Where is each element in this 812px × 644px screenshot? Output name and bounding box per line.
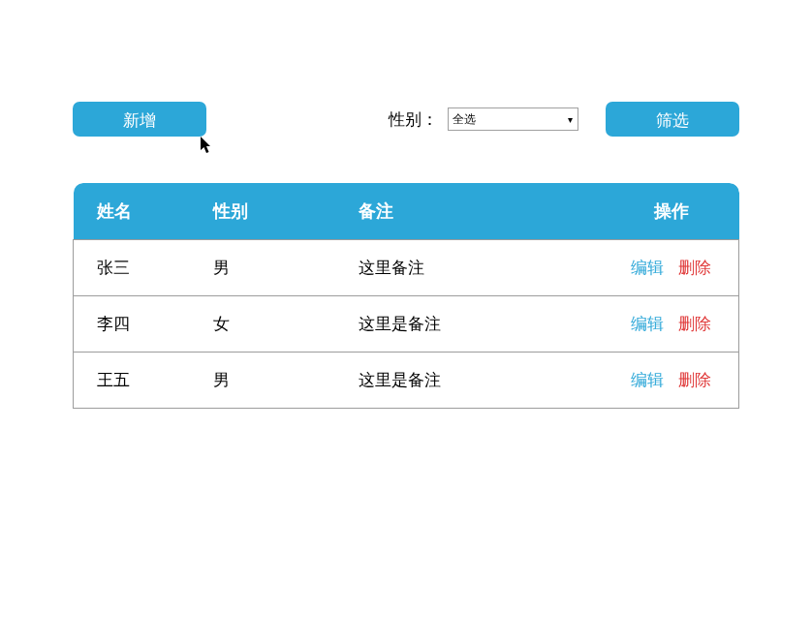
cell-remark: 这里是备注 bbox=[335, 353, 604, 409]
filter-button[interactable]: 筛选 bbox=[606, 102, 739, 137]
cell-name: 王五 bbox=[74, 353, 190, 409]
cell-action: 编辑 删除 bbox=[604, 353, 739, 409]
delete-link[interactable]: 删除 bbox=[678, 371, 711, 389]
edit-link[interactable]: 编辑 bbox=[631, 259, 664, 277]
table-row: 李四 女 这里是备注 编辑 删除 bbox=[74, 296, 739, 353]
cell-remark: 这里备注 bbox=[335, 240, 604, 296]
cell-remark: 这里是备注 bbox=[335, 296, 604, 353]
add-button[interactable]: 新增 bbox=[73, 102, 206, 137]
data-table: 姓名 性别 备注 操作 张三 男 这里备注 编辑 删除 李四 女 这里是备注 bbox=[73, 183, 739, 409]
gender-select-wrapper: 全选 bbox=[448, 107, 578, 131]
cell-action: 编辑 删除 bbox=[604, 296, 739, 353]
gender-select[interactable]: 全选 bbox=[448, 107, 578, 131]
cell-name: 李四 bbox=[74, 296, 190, 353]
cell-gender: 男 bbox=[190, 240, 335, 296]
cell-name: 张三 bbox=[74, 240, 190, 296]
cell-gender: 女 bbox=[190, 296, 335, 353]
cursor-icon bbox=[201, 137, 214, 158]
table-header: 姓名 性别 备注 操作 bbox=[74, 183, 739, 240]
header-gender: 性别 bbox=[190, 183, 335, 240]
cell-action: 编辑 删除 bbox=[604, 240, 739, 296]
header-name: 姓名 bbox=[74, 183, 190, 240]
delete-link[interactable]: 删除 bbox=[678, 259, 711, 277]
header-action: 操作 bbox=[604, 183, 739, 240]
gender-filter-label: 性别： bbox=[389, 108, 438, 131]
table-body: 张三 男 这里备注 编辑 删除 李四 女 这里是备注 编辑 删除 王五 男 bbox=[74, 240, 739, 409]
main-container: 新增 性别： 全选 筛选 姓名 性别 备注 操作 张三 男 bbox=[0, 0, 812, 409]
table-row: 张三 男 这里备注 编辑 删除 bbox=[74, 240, 739, 296]
table-row: 王五 男 这里是备注 编辑 删除 bbox=[74, 353, 739, 409]
header-remark: 备注 bbox=[335, 183, 604, 240]
toolbar: 新增 性别： 全选 筛选 bbox=[73, 102, 739, 137]
edit-link[interactable]: 编辑 bbox=[631, 371, 664, 389]
edit-link[interactable]: 编辑 bbox=[631, 315, 664, 333]
delete-link[interactable]: 删除 bbox=[678, 315, 711, 333]
cell-gender: 男 bbox=[190, 353, 335, 409]
filter-group: 性别： 全选 筛选 bbox=[389, 102, 739, 137]
